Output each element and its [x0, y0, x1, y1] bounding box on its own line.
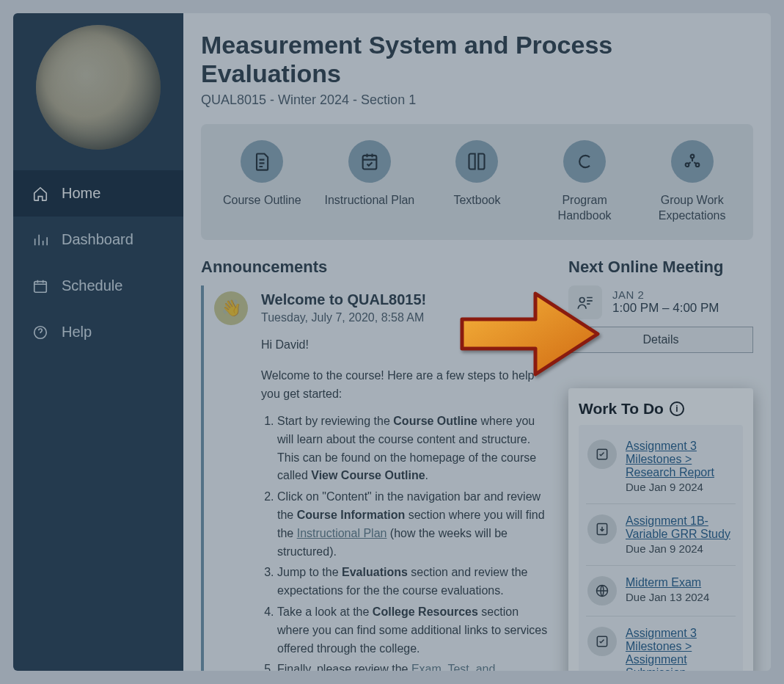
meeting-icon [568, 285, 602, 319]
sidebar-item-home[interactable]: Home [13, 170, 183, 217]
next-meeting-heading: Next Online Meeting [568, 258, 753, 277]
announcement-step: Start by reviewing the Course Outline wh… [277, 412, 552, 485]
resource-program-handbook[interactable]: Program Handbook [537, 140, 632, 224]
svg-point-3 [690, 155, 694, 159]
sidebar-item-label: Home [62, 185, 100, 202]
chart-icon [32, 232, 48, 248]
work-item: Midterm Exam Due Jan 13 2024 [586, 566, 736, 616]
svg-rect-0 [34, 281, 47, 292]
work-item: Assignment 1B-Variable GRR Study Due Jan… [586, 504, 736, 566]
resource-textbook[interactable]: Textbook [429, 140, 524, 208]
wave-icon: 👋 [214, 291, 248, 325]
sidebar-item-label: Dashboard [62, 231, 133, 248]
work-to-do-list: Assignment 3 Milestones > Research Repor… [579, 425, 743, 671]
work-item-due: Due Jan 13 2024 [626, 591, 709, 603]
sidebar: Home Dashboard Schedule Help [13, 13, 183, 671]
sidebar-item-dashboard[interactable]: Dashboard [13, 217, 183, 263]
work-item-due: Due Jan 9 2024 [626, 481, 734, 493]
work-to-do-heading: Work To Do [579, 400, 664, 418]
announcement-intro: Welcome to the course! Here are a few st… [261, 367, 552, 404]
resource-label: Group Work Expectations [645, 193, 740, 224]
work-item-link[interactable]: Assignment 3 Milestones > Research Repor… [626, 440, 714, 479]
avatar [36, 25, 161, 150]
resource-group-work[interactable]: Group Work Expectations [645, 140, 740, 224]
meeting-date: JAN 2 [612, 288, 719, 301]
svg-point-6 [579, 297, 585, 302]
announcement-title: Welcome to QUAL8015! [261, 291, 552, 308]
sidebar-item-label: Help [62, 324, 92, 341]
quiz-icon [587, 440, 617, 469]
work-to-do-panel: Work To Do i Assignment 3 Milestones > R… [568, 388, 753, 671]
quiz-icon [587, 627, 617, 656]
work-item: Assignment 3 Milestones > Research Repor… [586, 429, 736, 504]
letter-c-icon [574, 151, 595, 172]
resource-label: Textbook [429, 193, 524, 208]
resource-instructional-plan[interactable]: Instructional Plan [322, 140, 417, 208]
download-icon [587, 514, 617, 544]
help-icon [32, 324, 48, 341]
announcements-heading: Announcements [201, 258, 552, 277]
resource-label: Instructional Plan [322, 193, 417, 208]
work-item-due: Due Jan 9 2024 [626, 542, 734, 555]
work-item-link[interactable]: Midterm Exam [626, 576, 701, 589]
resource-row: Course Outline Instructional Plan Textbo… [201, 124, 753, 240]
meeting-time: 1:00 PM – 4:00 PM [612, 301, 719, 316]
work-item: Assignment 3 Milestones > Assignment Sub… [586, 616, 736, 671]
group-icon [682, 151, 703, 172]
home-icon [32, 186, 48, 202]
announcement-step: Jump to the Evaluations section and revi… [277, 564, 552, 600]
sidebar-nav: Home Dashboard Schedule Help [13, 170, 183, 355]
book-icon [466, 151, 487, 172]
svg-rect-2 [363, 156, 377, 170]
info-icon[interactable]: i [670, 401, 684, 416]
sidebar-item-help[interactable]: Help [13, 309, 183, 355]
main-content: Measurement System and Process Evaluatio… [183, 13, 771, 671]
meeting-details-button[interactable]: Details [568, 327, 753, 353]
announcement-card: 👋 Welcome to QUAL8015! Tuesday, July 7, … [201, 285, 552, 671]
announcement-timestamp: Tuesday, July 7, 2020, 8:58 AM [261, 311, 552, 324]
resource-course-outline[interactable]: Course Outline [214, 140, 309, 208]
announcement-greeting: Hi David! [261, 336, 552, 354]
sidebar-item-label: Schedule [62, 277, 122, 294]
page-subtitle: QUAL8015 - Winter 2024 - Section 1 [201, 92, 753, 108]
instructional-plan-link[interactable]: Instructional Plan [297, 527, 387, 539]
resource-label: Program Handbook [537, 193, 632, 224]
work-item-link[interactable]: Assignment 1B-Variable GRR Study [626, 514, 730, 540]
work-item-link[interactable]: Assignment 3 Milestones > Assignment Sub… [626, 627, 697, 671]
calendar-icon [359, 151, 380, 172]
announcement-step: Take a look at the College Resources sec… [277, 603, 552, 658]
next-meeting-card: Next Online Meeting JAN 2 1:00 PM – 4:00… [568, 258, 753, 353]
announcement-step: Finally, please review the Exam, Test, a… [277, 661, 552, 671]
page-title: Measurement System and Process Evaluatio… [201, 31, 753, 88]
globe-icon [587, 576, 617, 605]
sidebar-item-schedule[interactable]: Schedule [13, 263, 183, 309]
document-icon [252, 151, 272, 172]
resource-label: Course Outline [214, 193, 309, 208]
announcement-step: Click on "Content" in the navigation bar… [277, 488, 552, 561]
calendar-icon [32, 278, 48, 294]
